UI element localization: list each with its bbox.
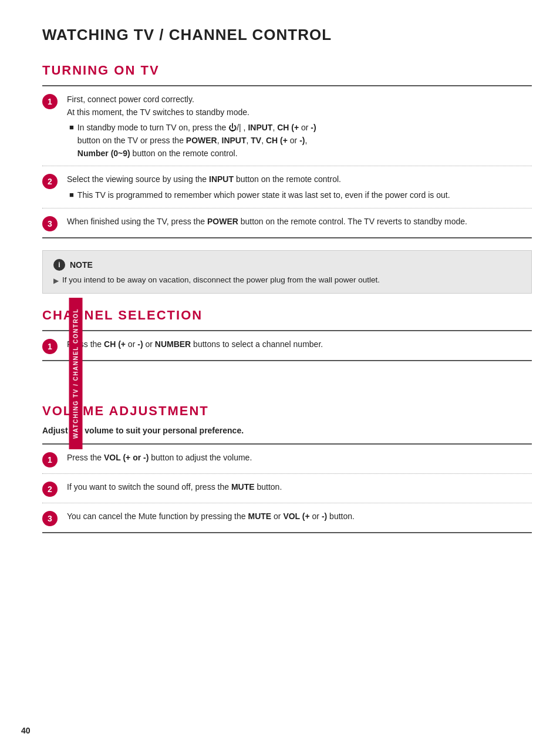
note-icon: i (53, 259, 65, 271)
note-text: If you intend to be away on vacation, di… (62, 275, 380, 284)
volume-adjustment-title: VOLUME ADJUSTMENT (42, 403, 532, 419)
step-3-circle: 3 (42, 216, 58, 231)
note-arrow-icon: ▶ (53, 277, 59, 285)
channel-step-1-row: 1 Press the CH (+ or -) or NUMBER button… (42, 331, 532, 360)
highlight-tv: TV (251, 136, 261, 145)
volume-step-3-circle: 3 (42, 511, 58, 526)
sub-bullet-icon: ■ (69, 122, 74, 133)
step-1-text-line1: First, connect power cord correctly. (67, 93, 532, 106)
volume-step-2-circle: 2 (42, 482, 58, 497)
note-content: ▶ If you intend to be away on vacation, … (53, 275, 521, 285)
step-2-content: Select the viewing source by using the I… (67, 173, 532, 201)
step-2-sub-text: This TV is programmed to remember which … (77, 189, 450, 202)
turning-on-tv-section: TURNING ON TV 1 First, connect power cor… (42, 63, 532, 294)
highlight-vol-minus: -) (322, 512, 327, 521)
volume-step-3-content: You can cancel the Mute function by pres… (67, 510, 532, 523)
step-1-sub-text: In standby mode to turn TV on, press the… (77, 122, 316, 160)
step-2-circle: 2 (42, 174, 58, 189)
note-box: i NOTE ▶ If you intend to be away on vac… (42, 250, 532, 294)
step-1-row: 1 First, connect power cord correctly. A… (42, 86, 532, 166)
volume-step-3-text: You can cancel the Mute function by pres… (67, 510, 532, 523)
highlight-ch2: CH (+ (266, 136, 288, 145)
highlight-power2: POWER (207, 217, 238, 226)
step-2-sub-item: ■ This TV is programmed to remember whic… (69, 189, 532, 202)
channel-step-1-content: Press the CH (+ or -) or NUMBER buttons … (67, 338, 532, 351)
highlight-mute2: MUTE (248, 512, 271, 521)
highlight-power: POWER (186, 136, 217, 145)
volume-step-2-content: If you want to switch the sound off, pre… (67, 481, 532, 494)
step-1-text-line2: At this moment, the TV switches to stand… (67, 106, 532, 119)
highlight-number2: NUMBER (155, 339, 191, 349)
channel-step-1-text: Press the CH (+ or -) or NUMBER buttons … (67, 338, 532, 351)
highlight-input2: INPUT (222, 136, 247, 145)
turning-on-tv-title: TURNING ON TV (42, 63, 532, 78)
page-title: WATCHING TV / CHANNEL CONTROL (42, 26, 532, 44)
channel-step-1-circle: 1 (42, 339, 58, 354)
channel-selection-section: CHANNEL SELECTION 1 Press the CH (+ or -… (42, 308, 532, 361)
volume-bottom-divider (42, 532, 532, 533)
step-3-text: When finished using the TV, press the PO… (67, 216, 532, 228)
highlight-mute: MUTE (231, 482, 255, 492)
sub-bullet-2: ■ (69, 189, 74, 201)
sidebar-label: WATCHING TV / CHANNEL CONTROL (69, 298, 83, 449)
highlight-input3: INPUT (209, 174, 234, 184)
volume-step-1-row: 1 Press the VOL (+ or -) button to adjus… (42, 445, 532, 473)
spacer (42, 366, 532, 389)
volume-step-2-row: 2 If you want to switch the sound off, p… (42, 474, 532, 503)
step-1-content: First, connect power cord correctly. At … (67, 93, 532, 160)
step-2-text: Select the viewing source by using the I… (67, 173, 532, 186)
step-1-circle: 1 (42, 94, 58, 109)
step-2-row: 2 Select the viewing source by using the… (42, 166, 532, 207)
highlight-number: Number (0~9) (77, 149, 130, 158)
volume-step-2-text: If you want to switch the sound off, pre… (67, 481, 532, 494)
note-header: i NOTE (53, 259, 521, 271)
highlight-minus: -) (311, 123, 316, 132)
volume-step-1-circle: 1 (42, 452, 58, 467)
highlight-ch-plus: CH (+ (104, 339, 126, 349)
highlight-ch-minus: -) (137, 339, 143, 349)
step-3-content: When finished using the TV, press the PO… (67, 216, 532, 228)
highlight-vol2: VOL (+ (283, 512, 309, 521)
highlight-ch: CH (+ (277, 123, 299, 132)
highlight-minus2: -) (299, 136, 305, 145)
volume-step-3-row: 3 You can cancel the Mute function by pr… (42, 503, 532, 532)
volume-step-1-text: Press the VOL (+ or -) button to adjust … (67, 452, 532, 465)
channel-bottom-divider (42, 360, 532, 361)
note-title: NOTE (70, 260, 93, 270)
volume-step-1-content: Press the VOL (+ or -) button to adjust … (67, 452, 532, 465)
volume-adjustment-section: VOLUME ADJUSTMENT Adjust the volume to s… (42, 403, 532, 533)
section-bottom-divider (42, 237, 532, 238)
step-1-sub-item: ■ In standby mode to turn TV on, press t… (69, 122, 532, 160)
highlight-input: INPUT (248, 123, 272, 132)
volume-subtitle: Adjust the volume to suit your personal … (42, 426, 532, 435)
page-number: 40 (21, 726, 31, 735)
highlight-vol: VOL (+ or -) (104, 453, 149, 462)
step-3-row: 3 When finished using the TV, press the … (42, 208, 532, 237)
channel-selection-title: CHANNEL SELECTION (42, 308, 532, 323)
